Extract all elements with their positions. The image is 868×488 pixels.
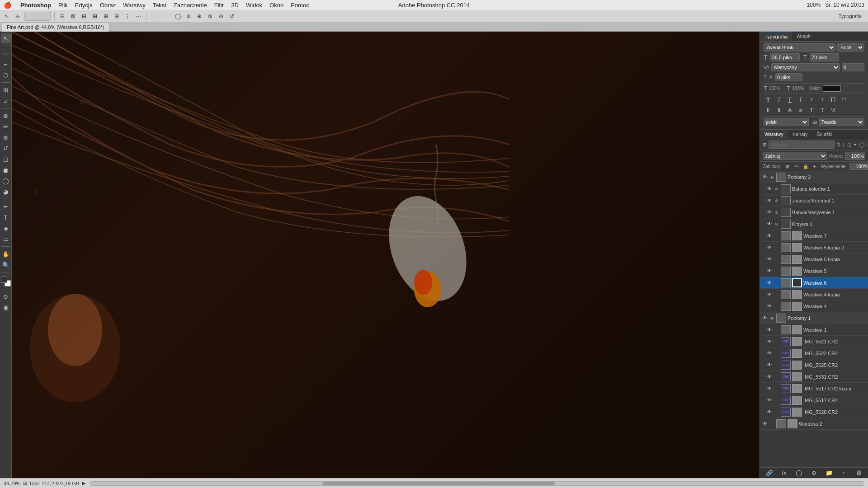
layer-item[interactable]: 👁CR2IMG_5522.CR2 <box>760 347 868 359</box>
group-btn[interactable]: Grupa ▼ <box>24 12 51 21</box>
layer-item[interactable]: 👁⊛Barwa/Nasycenie 1 <box>760 206 868 218</box>
group-expand-icon[interactable]: ▶ <box>769 315 775 321</box>
menu-okno[interactable]: Okno <box>269 2 283 9</box>
metrics-input[interactable] <box>775 73 802 81</box>
strikethrough-btn[interactable]: T <box>796 95 805 104</box>
lock-position-btn[interactable]: ✏ <box>793 163 800 170</box>
align-center-h-icon[interactable]: ⊞ <box>102 12 110 20</box>
indent-btn[interactable]: T <box>818 106 827 115</box>
clone-stamp-tool[interactable]: ⊛ <box>1 132 11 142</box>
layer-item[interactable]: 👁CR2IMG_5517.CR2 kopia <box>760 383 868 394</box>
layer-item[interactable]: 👁⊛Jasność/Kontrast 1 <box>760 195 868 206</box>
gradient-tool[interactable]: ◼ <box>1 165 11 175</box>
layer-item[interactable]: 👁Warstwa 6 <box>760 277 868 289</box>
layer-item[interactable]: 👁CR2IMG_5517.CR2 <box>760 394 868 406</box>
3d-icon3[interactable]: ⊕ <box>195 12 203 20</box>
layer-visibility-toggle[interactable]: 👁 <box>762 174 768 180</box>
layer-visibility-toggle[interactable]: 👁 <box>762 421 768 427</box>
layer-item[interactable]: 👁⊛Krzywe 1 <box>760 218 868 230</box>
allcaps-btn[interactable]: TT <box>829 95 838 104</box>
distribute-v-icon[interactable]: ⋯ <box>134 12 142 20</box>
layer-item[interactable]: 👁Warstwa 2 <box>760 418 868 430</box>
3d-icon5[interactable]: ⊘ <box>217 12 225 20</box>
history-brush-tool[interactable]: ↺ <box>1 143 11 153</box>
tracking-type-select[interactable]: Metryczny <box>771 63 840 71</box>
quick-select-tool[interactable]: ⬡ <box>1 70 11 80</box>
smallcaps-btn[interactable]: TT <box>840 95 849 104</box>
dodge-tool[interactable]: ◕ <box>1 187 11 197</box>
tab-typography[interactable]: Typografia <box>760 32 792 41</box>
layer-visibility-toggle[interactable]: 👁 <box>766 291 773 298</box>
layer-item[interactable]: 👁Warstwa 4 <box>760 300 868 312</box>
tab-layers[interactable]: Warstwy <box>760 130 788 139</box>
align-top-icon[interactable]: ⊞ <box>91 12 99 20</box>
zoom-tool[interactable]: 🔍 <box>1 260 11 270</box>
new-fill-layer-btn[interactable]: ⊕ <box>810 469 819 477</box>
document-tab[interactable]: Fine Art.psd @ 44,8% (Warstwa 6,RGB/16*) <box>2 23 109 32</box>
3d-icon4[interactable]: ⊗ <box>206 12 214 20</box>
blend-mode-select[interactable]: Jaśniej <box>763 152 827 160</box>
layer-visibility-toggle[interactable]: 👁 <box>766 397 773 404</box>
layer-visibility-toggle[interactable]: 👁 <box>766 280 773 286</box>
hand-tool[interactable]: ✋ <box>1 249 11 259</box>
layer-item[interactable]: 👁Warstwa 5 <box>760 265 868 277</box>
distribute-h-icon[interactable]: ⋮ <box>123 12 132 20</box>
link-layers-btn[interactable]: 🔗 <box>765 469 774 477</box>
menu-pomoc[interactable]: Pomoc <box>291 2 309 9</box>
layer-visibility-toggle[interactable]: 👁 <box>766 374 773 380</box>
ordinal-btn[interactable]: A <box>785 106 794 115</box>
font-size-input[interactable] <box>770 53 800 61</box>
filter-btn2[interactable]: T <box>842 142 845 147</box>
fraction-btn[interactable]: ½ <box>829 106 838 115</box>
italic-btn[interactable]: T <box>774 95 783 104</box>
layer-item[interactable]: 👁Warstwa 1 <box>760 324 868 336</box>
add-mask-btn[interactable]: ◯ <box>795 469 804 477</box>
move-tool-icon[interactable]: ↖ <box>3 12 11 20</box>
menu-3d[interactable]: 3D <box>231 2 239 9</box>
eyedropper-tool[interactable]: ⊿ <box>1 96 11 106</box>
menu-tekst[interactable]: Tekst <box>153 2 166 9</box>
lock-all-btn[interactable]: 🔒 <box>802 163 809 170</box>
filter-toggle[interactable]: ○ <box>866 141 868 148</box>
layer-item[interactable]: 👁Warstwa 7 <box>760 230 868 242</box>
blur-tool[interactable]: ◯ <box>1 176 11 186</box>
lasso-tool[interactable]: ⌐ <box>1 59 11 69</box>
horizontal-scrollbar[interactable] <box>90 481 864 486</box>
layer-item[interactable]: 👁CR2IMG_5531.CR2 <box>760 371 868 383</box>
3d-icon1[interactable]: ◯ <box>174 12 182 20</box>
layer-visibility-toggle[interactable]: 👁 <box>766 209 773 216</box>
layer-visibility-toggle[interactable]: 👁 <box>766 233 773 239</box>
subscript-btn[interactable]: T <box>818 95 827 104</box>
layer-visibility-toggle[interactable]: 👁 <box>766 197 773 204</box>
menu-widok[interactable]: Widok <box>246 2 262 9</box>
menu-zaznaczenie[interactable]: Zaznaczenie <box>174 2 207 9</box>
layer-visibility-toggle[interactable]: 👁 <box>766 350 773 357</box>
font-family-select[interactable]: Avenir Book <box>764 43 835 52</box>
brush-tool[interactable]: ✏ <box>1 122 11 131</box>
aa-select[interactable]: Twarde <box>819 118 864 126</box>
scrollbar-thumb[interactable] <box>322 482 554 485</box>
screen-mode-tool[interactable]: ▣ <box>1 302 11 312</box>
bold-btn[interactable]: T <box>764 95 773 104</box>
kerning-input[interactable] <box>842 63 864 71</box>
healing-brush-tool[interactable]: ⊕ <box>1 111 11 121</box>
new-group-btn[interactable]: 📁 <box>825 469 834 477</box>
zoom-icon[interactable]: ⊞ <box>23 480 27 486</box>
align-center-v-icon[interactable]: ⊠ <box>69 12 77 20</box>
eraser-tool[interactable]: ◻ <box>1 154 11 164</box>
add-fx-btn[interactable]: fx <box>780 469 789 477</box>
layer-visibility-toggle[interactable]: 👁 <box>766 303 773 310</box>
snap-icon[interactable]: ⊹ <box>14 12 22 20</box>
align-right-icon[interactable]: ⊟ <box>80 12 88 20</box>
quick-mask-tool[interactable]: ⊙ <box>1 291 11 301</box>
layer-visibility-toggle[interactable]: 👁 <box>766 244 773 251</box>
menu-edycja[interactable]: Edycja <box>75 2 93 9</box>
leading-input[interactable] <box>810 53 839 61</box>
layer-visibility-toggle[interactable]: 👁 <box>766 327 773 333</box>
filter-btn4[interactable]: ✦ <box>853 142 857 148</box>
layer-visibility-toggle[interactable]: 👁 <box>766 409 773 415</box>
layer-item[interactable]: 👁Warstwa 4 kopia <box>760 289 868 300</box>
layer-item[interactable]: 👁Warstwa 5 kopia 2 <box>760 242 868 253</box>
move-tool[interactable]: ↖ <box>1 33 11 43</box>
layer-visibility-toggle[interactable]: 👁 <box>766 268 773 274</box>
